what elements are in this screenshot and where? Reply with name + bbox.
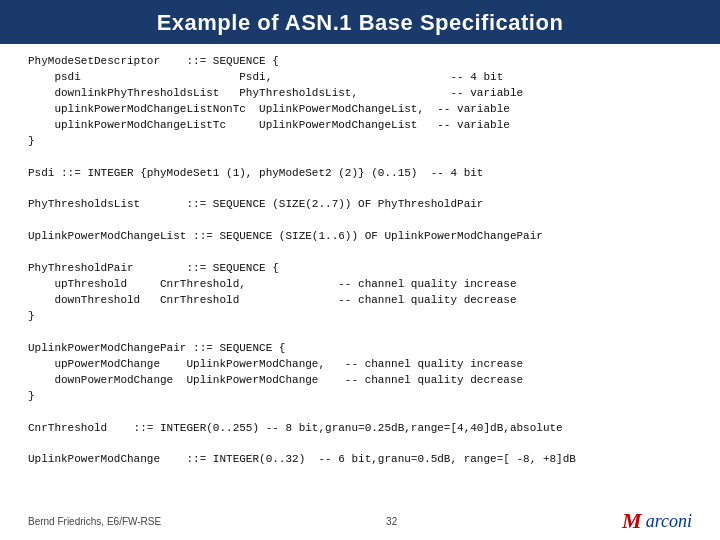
line-close2: }	[28, 390, 35, 402]
page-title: Example of ASN.1 Base Specification	[0, 0, 720, 44]
line-downpower: downPowerModChange UplinkPowerModChange …	[28, 374, 523, 386]
footer-logo: Marconi	[622, 508, 692, 534]
line-6: }	[28, 135, 35, 147]
line-cnr: CnrThreshold ::= INTEGER(0..255) -- 8 bi…	[28, 422, 563, 434]
line-uplinkpair: UplinkPowerModChangePair ::= SEQUENCE {	[28, 342, 285, 354]
footer-page-number: 32	[386, 516, 397, 527]
line-upthresh: upThreshold CnrThreshold, -- channel qua…	[28, 278, 516, 290]
code-block: PhyModeSetDescriptor ::= SEQUENCE { psdi…	[28, 54, 692, 468]
line-2: psdi Psdi, -- 4 bit	[28, 71, 503, 83]
line-1: PhyModeSetDescriptor ::= SEQUENCE {	[28, 55, 279, 67]
line-5: uplinkPowerModChangeListTc UplinkPowerMo…	[28, 119, 510, 131]
page: Example of ASN.1 Base Specification PhyM…	[0, 0, 720, 540]
footer: Bernd Friedrichs, E6/FW-RSE 32 Marconi	[0, 504, 720, 540]
line-uplinkmod: UplinkPowerModChange ::= INTEGER(0..32) …	[28, 453, 576, 465]
line-uppower: upPowerModChange UplinkPowerModChange, -…	[28, 358, 523, 370]
content-area: PhyModeSetDescriptor ::= SEQUENCE { psdi…	[0, 44, 720, 504]
line-uplinkpower: UplinkPowerModChangeList ::= SEQUENCE (S…	[28, 230, 543, 242]
line-close1: }	[28, 310, 35, 322]
logo-text: arconi	[646, 511, 692, 532]
line-phythresh: PhyThresholdsList ::= SEQUENCE (SIZE(2..…	[28, 198, 483, 210]
line-downthresh: downThreshold CnrThreshold -- channel qu…	[28, 294, 516, 306]
line-3: downlinkPhyThresholdsList PhyThresholdsL…	[28, 87, 523, 99]
footer-author: Bernd Friedrichs, E6/FW-RSE	[28, 516, 161, 527]
line-psdi: Psdi ::= INTEGER {phyModeSet1 (1), phyMo…	[28, 167, 483, 179]
line-phythreshpair: PhyThresholdPair ::= SEQUENCE {	[28, 262, 279, 274]
line-4: uplinkPowerModChangeListNonTc UplinkPowe…	[28, 103, 510, 115]
logo-m-icon: M	[622, 508, 642, 534]
